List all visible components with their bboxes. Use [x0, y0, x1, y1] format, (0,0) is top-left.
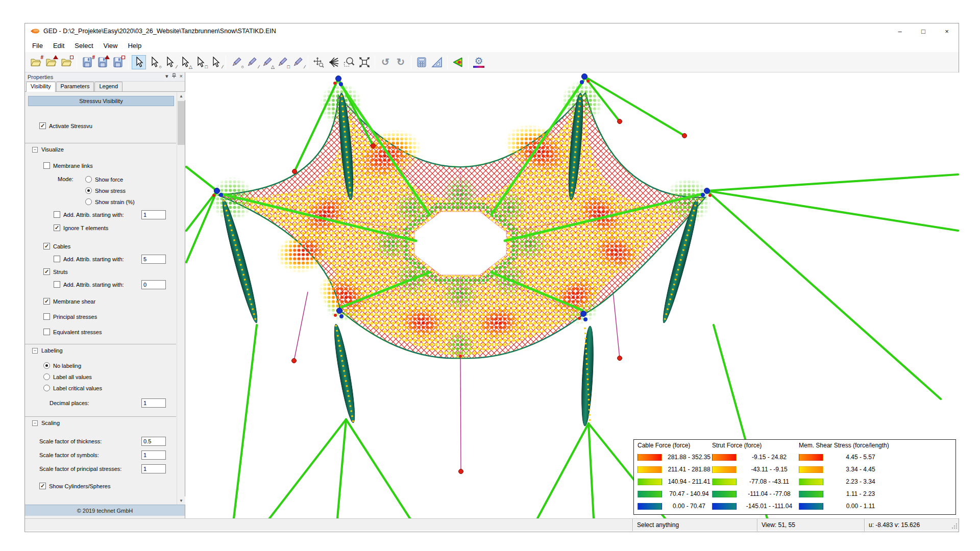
save-points-button[interactable] — [95, 55, 110, 69]
draw-line-button[interactable]: ∕ — [244, 55, 259, 69]
show-cylinders-checkbox[interactable]: ✓Show Cylinders/Spheres — [39, 483, 110, 489]
symbols-input[interactable] — [141, 450, 166, 460]
select-cursor-button[interactable] — [132, 55, 146, 69]
set-square-button[interactable] — [430, 55, 444, 69]
title-bar: GED - D:\2_Projekte\Easy\2020\03_26_Webs… — [25, 23, 959, 39]
chevron-down-icon[interactable]: ▾ — [165, 73, 168, 80]
stressvu-settings-button[interactable]: ⚙ — [472, 55, 486, 69]
close-panel-icon[interactable]: × — [180, 73, 183, 80]
tab-parameters[interactable]: Parameters — [56, 82, 94, 91]
panel-tabs: Visibility Parameters Legend — [25, 82, 185, 92]
properties-panel: Properties ▾ × Visibility Parameters Leg… — [25, 72, 185, 518]
folder-open-icon — [30, 56, 42, 68]
select-circle-button[interactable]: ○ — [147, 55, 161, 69]
radio-show-force[interactable]: Show force — [85, 176, 123, 183]
menu-file[interactable]: File — [27, 40, 48, 52]
select-pick-button[interactable]: ∕ — [208, 55, 223, 69]
scrollbar-thumb[interactable] — [178, 101, 185, 145]
color-scale-bar — [473, 66, 484, 68]
struts-checkbox[interactable]: ✓Struts — [43, 268, 68, 275]
resize-grip[interactable] — [951, 523, 958, 529]
select-triangle-button[interactable]: △ — [178, 55, 192, 69]
collapse-icon[interactable]: − — [32, 147, 38, 153]
checkbox-icon — [43, 313, 50, 320]
open-mesh-button[interactable]: # — [29, 55, 43, 69]
draw-circle-button[interactable]: ○ — [229, 55, 243, 69]
floppy-disk-icon — [81, 56, 93, 68]
zoom-window-button[interactable] — [342, 55, 356, 69]
legend-color-bar — [799, 503, 823, 510]
flash-rays-button[interactable] — [327, 55, 341, 69]
undo-button[interactable]: ↺ — [378, 55, 393, 69]
ignore-t-checkbox[interactable]: ✓Ignore T elements — [54, 224, 108, 231]
tab-visibility[interactable]: Visibility — [26, 82, 56, 92]
legend-range: 3.34 - 4.45 — [827, 466, 894, 473]
membrane-shear-checkbox[interactable]: ✓Membrane shear — [43, 298, 95, 305]
decimal-places-input[interactable] — [141, 398, 166, 408]
open-points-button[interactable] — [44, 55, 58, 69]
radio-show-stress[interactable]: Show stress — [85, 187, 126, 194]
minimize-button[interactable]: – — [888, 23, 912, 39]
menu-help[interactable]: Help — [122, 40, 146, 52]
checkbox-checked-icon: ✓ — [43, 298, 50, 305]
principal-scale-input[interactable] — [141, 464, 166, 473]
open-elements-button[interactable] — [59, 55, 74, 69]
menu-view[interactable]: View — [99, 40, 123, 52]
radio-show-strain[interactable]: Show strain (%) — [85, 198, 135, 205]
radio-label-critical[interactable]: Label critical values — [43, 385, 102, 391]
draw-triangle-button[interactable]: △ — [260, 55, 274, 69]
save-elements-button[interactable] — [111, 55, 125, 69]
save-mesh-button[interactable]: # — [80, 55, 94, 69]
struts-add-attrib-checkbox[interactable]: Add. Attrib. starting with: — [54, 281, 124, 288]
cursor-icon — [133, 56, 145, 68]
labeling-group[interactable]: −Labeling — [32, 347, 63, 354]
membrane-add-attrib-checkbox[interactable]: Add. Attrib. starting with: — [54, 211, 124, 218]
scroll-down-icon[interactable]: ▼ — [177, 496, 185, 505]
pin-icon[interactable] — [172, 73, 177, 79]
tab-legend[interactable]: Legend — [94, 82, 122, 91]
collapse-icon[interactable]: − — [32, 348, 38, 354]
activate-stressvu-checkbox[interactable]: ✓Activate Stressvu — [39, 122, 92, 129]
decimal-places-label: Decimal places: — [50, 400, 89, 406]
draw-rectangle-button[interactable]: □ — [275, 55, 289, 69]
collapse-icon[interactable]: − — [32, 420, 38, 426]
membrane-links-checkbox[interactable]: Membrane links — [43, 162, 93, 169]
radio-label-all[interactable]: Label all values — [43, 373, 92, 380]
visualize-group[interactable]: −Visualize — [32, 146, 64, 153]
toolbar-separator — [308, 56, 308, 69]
menu-select[interactable]: Select — [69, 40, 98, 52]
rays-icon — [328, 56, 340, 68]
membrane-attrib-input[interactable] — [141, 210, 166, 219]
cables-checkbox[interactable]: ✓Cables — [43, 243, 70, 249]
struts-attrib-input[interactable] — [141, 280, 166, 289]
draw-pick-button[interactable]: ∕ — [290, 55, 305, 69]
legend-range: -145.01 - -111.04 — [741, 503, 798, 510]
calculator-button[interactable] — [414, 55, 429, 69]
scroll-up-icon[interactable]: ▲ — [177, 92, 185, 100]
equivalent-stresses-checkbox[interactable]: Equivalent stresses — [43, 329, 102, 335]
pan-orbit-zoom-button[interactable] — [311, 55, 326, 69]
zoom-extents-button[interactable] — [357, 55, 372, 69]
cables-attrib-input[interactable] — [141, 255, 166, 264]
checkbox-checked-icon: ✓ — [39, 483, 46, 489]
toolbar-separator — [375, 56, 375, 69]
redo-button[interactable]: ↻ — [394, 55, 408, 69]
select-rectangle-button[interactable]: □ — [193, 55, 207, 69]
model-viewport[interactable]: Cable Force (force) 281.88 - 352.35 211.… — [185, 72, 959, 518]
close-button[interactable]: × — [935, 23, 959, 39]
select-line-button[interactable]: ∕ — [162, 55, 177, 69]
maximize-button[interactable]: □ — [912, 23, 935, 39]
thickness-label: Scale factor of thickness: — [39, 438, 102, 444]
principal-stresses-checkbox[interactable]: Principal stresses — [43, 313, 97, 320]
panel-scrollbar[interactable]: ▲ ▼ — [177, 92, 185, 505]
toolbar: # # ○ — [25, 52, 959, 72]
scaling-group[interactable]: −Scaling — [32, 420, 60, 426]
thickness-input[interactable] — [141, 437, 166, 446]
cables-add-attrib-checkbox[interactable]: Add. Attrib. starting with: — [54, 256, 124, 262]
menu-edit[interactable]: Edit — [48, 40, 69, 52]
legend-color-bar — [799, 454, 823, 461]
stressvu-view-button[interactable] — [451, 55, 465, 69]
legend-range: 2.23 - 3.34 — [827, 478, 894, 485]
zoom-extents-icon — [358, 56, 371, 68]
radio-no-labeling[interactable]: No labeling — [43, 362, 81, 369]
